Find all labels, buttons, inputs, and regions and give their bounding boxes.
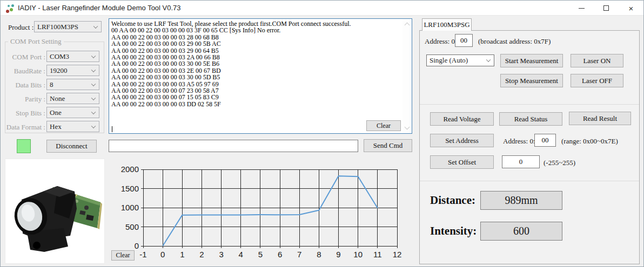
baudrate-value: 19200 xyxy=(50,66,68,75)
section-divider xyxy=(420,104,639,105)
parity-label: Parity : xyxy=(5,95,45,104)
send-cmd-button[interactable]: Send Cmd xyxy=(364,139,412,152)
distance-value: 989mm xyxy=(480,191,562,210)
log-clear-button[interactable]: Clear xyxy=(366,120,401,131)
stopbits-value: One xyxy=(50,108,62,117)
svg-text:1: 1 xyxy=(180,250,184,259)
svg-text:-1: -1 xyxy=(139,250,146,259)
stopbits-select[interactable]: One xyxy=(46,107,99,118)
databits-value: 8 xyxy=(50,80,53,89)
text-caret xyxy=(112,126,112,132)
chevron-down-icon xyxy=(91,109,96,114)
svg-text:11: 11 xyxy=(373,250,382,259)
svg-text:5: 5 xyxy=(258,250,263,259)
set-offset-button[interactable]: Set Offset xyxy=(430,155,494,169)
databits-select[interactable]: 8 xyxy=(46,79,99,90)
rangefinder-module-image xyxy=(5,159,104,263)
read-voltage-button[interactable]: Read Voltage xyxy=(430,112,494,126)
app-window: IADIY - Laser Rangefinder Module Demo To… xyxy=(0,0,644,267)
chart-clear-button[interactable]: Clear xyxy=(111,250,135,261)
com-port-label: COM Port : xyxy=(5,53,45,61)
close-icon: × xyxy=(629,4,634,12)
svg-text:3: 3 xyxy=(219,250,223,259)
minimize-icon xyxy=(579,8,585,9)
address-prefix-label: Address: 0x xyxy=(425,37,458,46)
intensity-label: Intensity: xyxy=(430,224,477,238)
distance-chart: -101234567891011120500100015002000 xyxy=(106,161,417,266)
chevron-down-icon xyxy=(91,124,96,128)
laser-on-button[interactable]: Laser ON xyxy=(571,54,623,67)
connection-status-indicator xyxy=(17,139,31,153)
svg-text:500: 500 xyxy=(125,222,139,231)
set-address-button[interactable]: Set Address xyxy=(430,134,494,147)
set-address-input[interactable] xyxy=(534,134,556,147)
distance-label: Distance: xyxy=(430,194,475,207)
svg-text:12: 12 xyxy=(393,250,402,259)
svg-text:8: 8 xyxy=(317,250,321,259)
log-scrollbar[interactable] xyxy=(403,19,412,133)
log-output[interactable]: Welcome to use LRF Test Tool, please sel… xyxy=(109,18,412,134)
svg-text:7: 7 xyxy=(297,250,301,259)
scroll-down-icon[interactable] xyxy=(405,125,410,130)
start-measurement-button[interactable]: Start Measurement xyxy=(500,54,563,67)
svg-text:9: 9 xyxy=(336,250,340,259)
minimize-button[interactable] xyxy=(569,1,594,16)
svg-text:1000: 1000 xyxy=(121,203,139,212)
tab-lrf100m3psg[interactable]: LRF100M3PSG xyxy=(422,18,472,31)
dataformat-select[interactable]: Hex xyxy=(46,121,99,132)
dataformat-label: Data Format : xyxy=(5,123,45,132)
chevron-down-icon xyxy=(91,67,96,72)
baudrate-select[interactable]: 19200 xyxy=(46,65,99,76)
close-button[interactable]: × xyxy=(619,1,643,16)
stop-measurement-button[interactable]: Stop Measurement xyxy=(500,74,563,87)
chevron-down-icon xyxy=(93,24,98,28)
maximize-button[interactable] xyxy=(594,1,619,16)
read-status-button[interactable]: Read Status xyxy=(499,112,562,126)
product-value: LRF100M3PS xyxy=(37,23,78,31)
window-title: IADIY - Laser Rangefinder Module Demo To… xyxy=(18,4,181,12)
parity-value: None xyxy=(50,94,65,103)
section-divider xyxy=(420,181,639,181)
maximize-icon xyxy=(603,5,609,11)
chevron-down-icon xyxy=(91,81,96,86)
svg-text:0: 0 xyxy=(135,241,139,250)
parity-select[interactable]: None xyxy=(46,93,99,104)
scroll-up-icon[interactable] xyxy=(405,23,410,28)
read-result-button[interactable]: Read Result xyxy=(569,112,631,125)
chevron-down-icon xyxy=(91,95,96,100)
databits-label: Data Bits : xyxy=(5,81,45,90)
svg-text:0: 0 xyxy=(160,250,165,259)
set-address-prefix-label: Address: 0x xyxy=(503,137,536,146)
measure-mode-select[interactable]: Single (Auto) xyxy=(426,54,494,66)
product-label: Product : xyxy=(8,23,33,32)
dataformat-value: Hex xyxy=(50,122,62,131)
command-input[interactable] xyxy=(109,140,358,152)
disconnect-button[interactable]: Disconnect xyxy=(46,140,97,153)
chevron-down-icon xyxy=(91,53,96,58)
svg-text:2: 2 xyxy=(199,250,204,259)
laser-off-button[interactable]: Laser OFF xyxy=(571,74,623,87)
svg-text:6: 6 xyxy=(278,250,282,259)
svg-text:10: 10 xyxy=(353,250,363,259)
com-port-value: COM3 xyxy=(50,52,69,61)
address-range-note: (range: 0x00~0x7E) xyxy=(561,137,618,146)
app-logo-icon xyxy=(5,4,15,13)
log-text: Welcome to use LRF Test Tool, please sel… xyxy=(111,20,401,132)
broadcast-note: (broadcast address: 0x7F) xyxy=(478,37,551,46)
offset-range-note: (-255~255) xyxy=(544,159,575,167)
product-select[interactable]: LRF100M3PS xyxy=(34,21,102,32)
com-port-setting-title: COM Port Setting xyxy=(8,37,64,46)
com-port-select[interactable]: COM3 xyxy=(46,51,99,62)
svg-text:2000: 2000 xyxy=(121,165,139,174)
stopbits-label: Stop Bits : xyxy=(5,109,45,118)
address-input[interactable] xyxy=(455,34,473,47)
title-bar: IADIY - Laser Rangefinder Module Demo To… xyxy=(1,1,643,16)
svg-text:4: 4 xyxy=(239,250,243,259)
offset-input[interactable] xyxy=(502,155,540,168)
intensity-value: 600 xyxy=(480,222,562,241)
measure-mode-value: Single (Auto) xyxy=(430,56,468,65)
chevron-down-icon xyxy=(486,58,491,62)
svg-text:1500: 1500 xyxy=(121,184,139,193)
product-photo xyxy=(5,159,105,264)
baudrate-label: BaudRate : xyxy=(5,67,45,76)
